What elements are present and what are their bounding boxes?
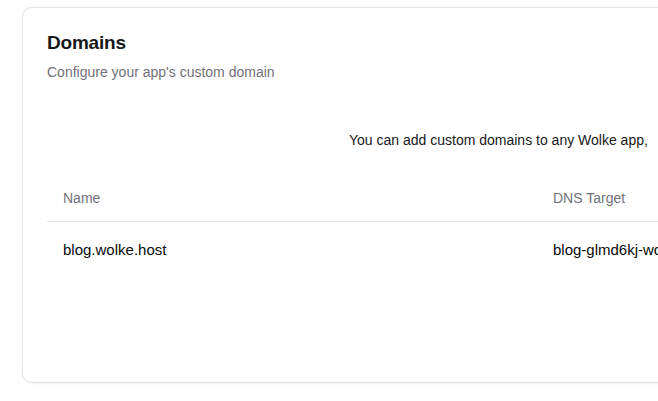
table-header-row: Name DNS Target [47, 188, 658, 222]
domains-table: Name DNS Target blog.wolke.host blog-glm… [47, 188, 658, 278]
card-title: Domains [47, 30, 658, 56]
domain-name-cell: blog.wolke.host [47, 222, 537, 278]
column-header-dns-target: DNS Target [537, 188, 658, 221]
table-row: blog.wolke.host blog-glmd6kj-wo [47, 222, 658, 278]
domains-settings-card: Domains Configure your app's custom doma… [22, 7, 658, 383]
dns-target-cell: blog-glmd6kj-wo [537, 222, 658, 278]
domains-intro-text: You can add custom domains to any Wolke … [349, 130, 658, 150]
column-header-name: Name [47, 188, 537, 221]
page: Domains Configure your app's custom doma… [0, 0, 658, 401]
card-content: Domains Configure your app's custom doma… [23, 8, 658, 300]
card-description: Configure your app's custom domain [47, 62, 658, 82]
